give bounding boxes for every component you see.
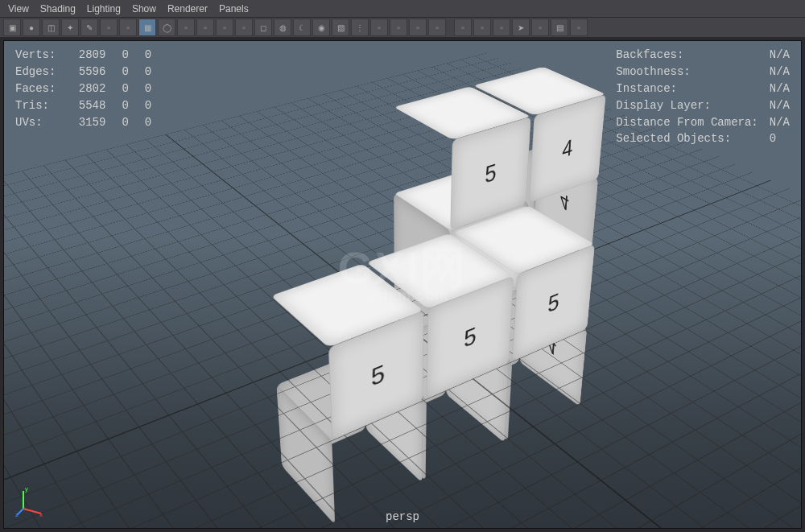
stat-val: 2809 [79,47,121,63]
toolbar-line1-icon[interactable]: ▫ [390,19,407,36]
toolbar-circle-icon[interactable]: ◯ [158,19,175,36]
stat-val: N/A [760,64,790,80]
svg-text:z: z [15,511,19,517]
stat-label: Selected Objects: [606,131,758,146]
stat-val: N/A [760,81,790,97]
stat-val: 0 [145,98,166,113]
stat-val: 0 [122,98,142,113]
toolbar-sq1-icon[interactable]: ▫ [177,19,195,36]
hud-stats-right: Backfaces:N/ASmoothness:N/AInstance:N/AD… [605,46,791,148]
menubar: View Shading Lighting Show Renderer Pane… [0,0,805,18]
stat-label: UVs: [15,115,77,130]
stat-val: 0 [145,47,166,63]
toolbar-line2-icon[interactable]: ▫ [409,19,427,36]
axis-gizmo: y x z [15,485,47,517]
menu-lighting[interactable]: Lighting [87,3,121,14]
viewport[interactable]: 555445444 GXI网 system.com Verts: 280900E… [3,40,802,529]
stat-label: Tris: [15,98,77,113]
toolbar-box2-icon[interactable]: ▫ [531,19,549,36]
stat-val: 2802 [79,81,121,97]
toolbar-b-icon[interactable]: ▫ [473,19,491,36]
toolbar-brush-icon[interactable]: ✎ [80,19,98,36]
stat-val: 0 [145,81,166,97]
toolbar-sq2-icon[interactable]: ▫ [196,19,214,36]
stat-label: Instance: [606,81,758,97]
stat-label: Edges: [15,64,77,80]
stat-label: Backfaces: [606,47,758,63]
toolbar-moon-icon[interactable]: ☾ [293,19,311,36]
toolbar-globe-icon[interactable]: ◍ [274,19,291,36]
stat-label: Faces: [15,81,77,97]
toolbar-cube-icon[interactable]: ◻ [254,19,272,36]
menu-shading[interactable]: Shading [40,3,76,14]
stat-val: N/A [760,47,790,63]
toolbar-sq3-icon[interactable]: ▫ [216,19,233,36]
viewport-toolbar: ▣●◫✦✎▫▫▦◯▫▫▫▫◻◍☾◉▨⋮▫▫▫▫▫▫▫➤▫▤▫ [0,18,805,39]
stat-label: Verts: [15,47,77,63]
toolbar-bar-icon[interactable]: ▫ [370,19,388,36]
stat-val: 0 [145,64,166,80]
toolbar-sq4-icon[interactable]: ▫ [235,19,253,36]
svg-text:x: x [39,511,43,517]
stat-val: 5596 [79,64,121,80]
menu-view[interactable]: View [8,3,29,14]
toolbar-dot-icon[interactable]: ● [23,19,40,36]
toolbar-select-icon[interactable]: ◫ [42,19,60,36]
menu-panels[interactable]: Panels [219,3,249,14]
toolbar-line3-icon[interactable]: ▫ [428,19,446,36]
stat-val: 0 [122,81,142,97]
stat-val: 0 [122,47,142,63]
stat-label: Display Layer: [606,98,758,113]
stat-val: 5548 [79,98,121,113]
toolbar-img-icon[interactable]: ▤ [551,19,568,36]
stat-label: Distance From Camera: [606,115,758,130]
menu-renderer[interactable]: Renderer [167,3,208,14]
hud-stats-left: Verts: 280900Edges: 559600Faces: 280200T… [14,46,167,131]
stat-val: 0 [122,64,142,80]
stat-val: 3159 [79,115,121,130]
toolbar-locator-icon[interactable]: ✦ [61,19,79,36]
svg-line-1 [23,509,41,513]
stat-val: N/A [760,115,790,130]
toolbar-dots-icon[interactable]: ⋮ [351,19,369,36]
toolbar-checker-icon[interactable]: ▨ [332,19,349,36]
toolbar-a-icon[interactable]: ▫ [454,19,472,36]
toolbar-c-icon[interactable]: ▫ [493,19,510,36]
stat-val: 0 [122,115,142,130]
svg-text:y: y [25,485,28,493]
toolbar-tool2-icon[interactable]: ▫ [119,19,137,36]
toolbar-grid-icon[interactable]: ▦ [138,19,156,36]
menu-show[interactable]: Show [132,3,156,14]
camera-name-label: persp [386,510,419,523]
toolbar-tool1-icon[interactable]: ▫ [100,19,118,36]
toolbar-ball-icon[interactable]: ◉ [312,19,330,36]
stat-val: N/A [760,98,790,113]
toolbar-rect-icon[interactable]: ▫ [570,19,588,36]
toolbar-arrow-icon[interactable]: ➤ [512,19,530,36]
stat-val: 0 [760,131,790,146]
stat-label: Smoothness: [606,64,758,80]
toolbar-camera-icon[interactable]: ▣ [3,19,21,36]
stat-val: 0 [145,115,166,130]
